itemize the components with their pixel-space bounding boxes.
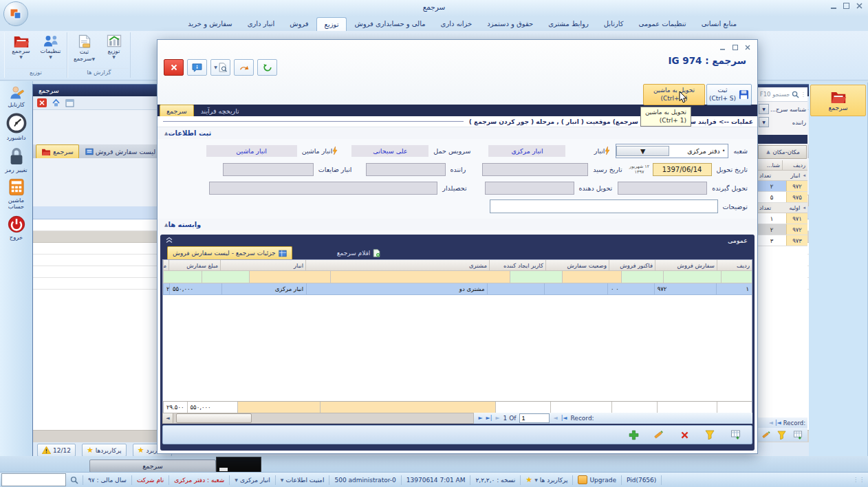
chevron-down-icon[interactable]: ▼ xyxy=(759,117,769,127)
panel-column[interactable]: شنا... xyxy=(757,160,782,170)
inner-tab-items[interactable]: اقلام سرجمع xyxy=(332,247,386,259)
ribbon-button-sarjam[interactable]: سرجمع▼ xyxy=(8,34,35,58)
next-record-icon[interactable]: ► xyxy=(478,415,482,421)
tab-kartabl[interactable]: کارتابل xyxy=(596,17,631,31)
sidebar-item-change-password[interactable]: تغییر رمز xyxy=(1,147,32,173)
add-row-icon[interactable] xyxy=(793,431,803,440)
prev-record-icon[interactable]: ◄ xyxy=(769,420,773,426)
panel-column[interactable]: ردیف xyxy=(782,160,807,170)
collapse-icon[interactable]: ▲ xyxy=(766,149,770,155)
inner-tab-details[interactable]: جزئیات سرجمع - لیست سفارش فروش xyxy=(167,246,292,259)
warehouse-field[interactable]: انبار مرکزی xyxy=(488,145,565,157)
grid-column[interactable]: کاربر ایجاد کننده xyxy=(489,260,545,270)
dialog-tab-sarjam[interactable]: سرجمع xyxy=(160,105,194,116)
filter-cell[interactable] xyxy=(202,271,249,283)
deliverer-field[interactable] xyxy=(485,182,574,195)
add-icon[interactable] xyxy=(627,429,640,441)
first-record-icon[interactable]: |◄ xyxy=(775,420,781,426)
grid-column[interactable]: مبلغ سفارش xyxy=(169,260,220,270)
location-panel-header[interactable]: مکان-مکان ▲ xyxy=(758,145,807,159)
scrap-warehouse-field[interactable] xyxy=(223,163,314,176)
collapse-double-icon[interactable] xyxy=(166,237,173,244)
sidebar-item-exit[interactable]: خروج xyxy=(1,215,32,241)
maximize-icon[interactable] xyxy=(730,43,739,50)
machine-warehouse-link[interactable]: انبار ماشین xyxy=(236,147,267,155)
scroll-left-icon[interactable]: ◄ xyxy=(163,413,173,423)
panel-row[interactable]: ۹۷۳ ۳ xyxy=(757,235,807,246)
first-record-icon[interactable]: |◄ xyxy=(561,415,567,421)
horizontal-scrollbar[interactable]: ◄ xyxy=(162,413,474,424)
add-row-icon[interactable] xyxy=(728,429,742,441)
panel-group-anbar[interactable]: ◂انبار تعداد xyxy=(757,171,807,181)
field-driver[interactable]: راننده ▼ xyxy=(757,115,807,128)
maximize-icon[interactable] xyxy=(842,2,851,9)
minimize-icon[interactable] xyxy=(718,43,727,50)
status-upgrade[interactable]: Upgrade xyxy=(573,475,621,485)
tab-tozi-active[interactable]: توزیع xyxy=(316,17,347,31)
undo-icon[interactable] xyxy=(234,59,254,76)
prev-record-icon[interactable]: ◄ xyxy=(553,415,557,421)
carrier-field[interactable]: علی سبحانی xyxy=(351,145,428,157)
tab-tanzimat-omumi[interactable]: تنظیمات عمومی xyxy=(631,17,694,31)
chevron-down-icon[interactable]: ▼ xyxy=(759,104,769,114)
window-icon[interactable] xyxy=(64,98,75,108)
grid-column[interactable]: مالیات س... xyxy=(163,260,169,270)
collector-field[interactable] xyxy=(209,182,437,195)
minimize-icon[interactable] xyxy=(829,2,838,9)
tab-anbardari[interactable]: انبار داری xyxy=(240,17,283,31)
grid-data-row[interactable]: ۱ ۹۷۲ ۰ ۰ مشتری دو انبار مرکزی ۵۵۰,۰۰۰ ۲… xyxy=(163,283,752,295)
grid-column[interactable]: مشتری xyxy=(305,260,489,270)
bg-tab-sarjam[interactable]: سرجمع xyxy=(36,144,79,158)
save-button[interactable]: ثبت(Ctrl+ S) xyxy=(706,84,752,105)
notes-field[interactable] xyxy=(490,199,718,213)
ribbon-button-tanzimat[interactable]: تنظیمات▼ xyxy=(37,34,65,58)
home-icon[interactable] xyxy=(50,98,61,108)
close-icon[interactable] xyxy=(855,2,864,9)
tab-hoghugh[interactable]: حقوق و دستمزد xyxy=(479,17,541,31)
filter-cell[interactable] xyxy=(330,271,510,283)
sidebar-item-dashboard[interactable]: داشبورد xyxy=(1,113,32,141)
tab-forush[interactable]: فروش xyxy=(282,17,316,31)
filter-cell[interactable] xyxy=(163,271,202,283)
filter-cell[interactable] xyxy=(562,271,621,283)
branch-select[interactable]: • دفتر مرکزی ▼ xyxy=(616,144,728,158)
app-menu-button[interactable] xyxy=(3,1,28,26)
status-search-input[interactable] xyxy=(1,473,66,486)
refresh-icon[interactable] xyxy=(257,59,277,76)
grid-column[interactable]: انبار xyxy=(220,260,305,270)
taskbar-item-sarjam[interactable]: سرجمع xyxy=(89,459,216,473)
tab-khazane[interactable]: خزانه داری xyxy=(433,17,480,31)
favorites-badge[interactable]: ★ پرکاربردها xyxy=(82,444,127,457)
filter-cell[interactable] xyxy=(510,271,562,283)
warehouse-link[interactable]: انبار مرکزی xyxy=(511,147,543,155)
filter-cell[interactable] xyxy=(621,271,663,283)
receiver-field[interactable] xyxy=(618,182,707,195)
panel-row[interactable]: ۹۷۵ ۵ xyxy=(757,192,807,203)
sidebar-item-kartabl[interactable]: کارتابل xyxy=(1,85,32,108)
close-icon[interactable] xyxy=(743,43,752,50)
ribbon-button-tozi-report[interactable]: توزیع▼ xyxy=(100,34,128,58)
ribbon-button-sabt-sarjam[interactable]: ثبتسرجمع▼ xyxy=(71,34,98,63)
filter-cell[interactable] xyxy=(249,271,330,283)
chevron-down-icon[interactable]: ▼ xyxy=(616,146,669,156)
deliver-to-machine-button[interactable]: تحویل به ماشین(Ctrl+ 1) xyxy=(643,84,705,105)
field-sarjam-id[interactable]: شناسه سرج... ▼ xyxy=(757,102,807,115)
page-input[interactable] xyxy=(519,413,550,423)
machine-warehouse-field[interactable]: انبار ماشین xyxy=(206,145,297,157)
new-record-icon[interactable]: ► xyxy=(495,415,499,421)
driver-field[interactable] xyxy=(366,163,446,176)
collapse-icon[interactable]: ▲ xyxy=(164,131,168,136)
delivery-date-field[interactable]: 1397/06/14 xyxy=(653,163,712,176)
bg-tab-sales-order-list[interactable]: لیست سفارش فروش xyxy=(80,145,160,158)
comment-icon[interactable] xyxy=(187,59,207,76)
warning-badge[interactable]: 12/12 xyxy=(37,444,76,457)
filter-icon[interactable] xyxy=(777,431,786,440)
tab-mali[interactable]: مالی و حسابداری فروش xyxy=(347,17,433,31)
search-box[interactable]: ⋮ جستجو F10 xyxy=(757,87,807,102)
panel-group-avalie[interactable]: ◂اولیه تعداد xyxy=(757,203,807,213)
tab-sefaresh-kharid[interactable]: سفارش و خرید xyxy=(180,17,239,31)
scrollbar-thumb[interactable] xyxy=(176,413,252,423)
edit-icon[interactable] xyxy=(762,431,771,440)
print-preview-icon[interactable]: ▼ xyxy=(210,59,230,76)
grid-column[interactable]: فاکتور فروش xyxy=(609,260,655,270)
